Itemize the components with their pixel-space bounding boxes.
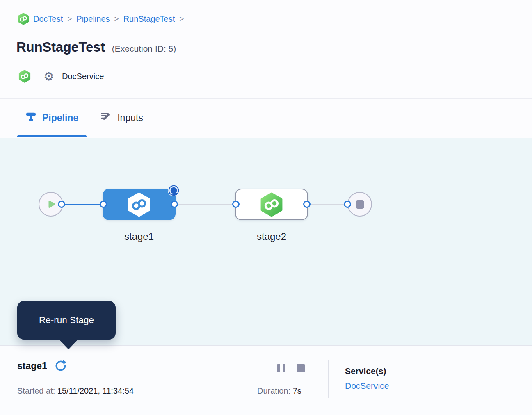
edge-stage1-to-stage2 bbox=[176, 204, 236, 205]
edge-start-to-stage1 bbox=[62, 204, 103, 205]
pause-icon bbox=[283, 364, 285, 372]
title-row: RunStageTest (Execution ID: 5) bbox=[16, 39, 176, 55]
tab-inputs-label: Inputs bbox=[117, 112, 143, 123]
pause-button[interactable] bbox=[277, 364, 285, 372]
footer-divider bbox=[328, 360, 329, 398]
stop-icon bbox=[356, 200, 364, 209]
selected-stage-name: stage1 bbox=[17, 360, 47, 372]
breadcrumb: DocTest > Pipelines > RunStageTest > bbox=[17, 13, 185, 25]
abort-button[interactable] bbox=[297, 364, 305, 372]
rerun-stage-button[interactable] bbox=[54, 359, 68, 373]
tab-bar: Pipeline Inputs bbox=[0, 98, 532, 137]
connector-port bbox=[303, 201, 311, 208]
play-icon bbox=[47, 199, 57, 209]
breadcrumb-separator: > bbox=[114, 14, 120, 23]
pipeline-execution-page: DocTest > Pipelines > RunStageTest > Run… bbox=[0, 0, 532, 415]
rerun-stage-tooltip: Re-run Stage bbox=[17, 301, 116, 340]
gear-icon: ⚙ bbox=[43, 71, 54, 82]
tab-inputs[interactable]: Inputs bbox=[92, 99, 151, 137]
started-at-value: 15/11/2021, 11:34:54 bbox=[57, 386, 134, 395]
stop-icon bbox=[297, 364, 305, 372]
duration-label: Duration: bbox=[257, 386, 290, 395]
duration-value: 7s bbox=[293, 386, 301, 395]
execution-id-label: (Execution ID: 5) bbox=[112, 44, 176, 54]
tooltip-label: Re-run Stage bbox=[39, 315, 94, 326]
services-block: Service(s) DocService bbox=[345, 366, 389, 391]
stage1-label: stage1 bbox=[103, 231, 176, 242]
pipeline-tab-icon bbox=[25, 111, 37, 125]
harness-module-icon[interactable] bbox=[17, 13, 30, 25]
page-title: RunStageTest bbox=[16, 39, 105, 55]
connector-port bbox=[100, 201, 107, 208]
connector-port bbox=[58, 201, 65, 208]
services-label: Service(s) bbox=[345, 366, 389, 376]
breadcrumb-item-pipeline-name[interactable]: RunStageTest bbox=[123, 14, 175, 24]
pipeline-end-node bbox=[347, 192, 372, 217]
harness-stage-icon bbox=[127, 192, 151, 217]
inputs-tab-icon bbox=[100, 111, 112, 125]
started-at-label: Started at: bbox=[17, 386, 55, 395]
pause-icon bbox=[277, 364, 280, 372]
edge-stage2-to-end bbox=[308, 204, 347, 205]
running-spinner-icon bbox=[167, 184, 180, 198]
stage-node-stage2[interactable] bbox=[235, 189, 308, 220]
tab-pipeline[interactable]: Pipeline bbox=[17, 99, 87, 137]
breadcrumb-item-project[interactable]: DocTest bbox=[33, 14, 63, 24]
connector-port bbox=[232, 201, 240, 208]
started-at-row: Started at: 15/11/2021, 11:34:54 bbox=[17, 386, 134, 396]
harness-service-icon bbox=[18, 70, 31, 83]
connector-port bbox=[344, 201, 351, 208]
stage2-label: stage2 bbox=[235, 231, 308, 242]
stage-details-footer: stage1 Started at: 15/11/2021, 11:34:54 … bbox=[0, 345, 532, 415]
active-tab-underline bbox=[17, 135, 87, 137]
breadcrumb-separator: > bbox=[178, 14, 185, 23]
breadcrumb-separator: > bbox=[66, 14, 73, 23]
harness-stage-icon bbox=[259, 192, 284, 217]
pipeline-canvas[interactable]: stage1 stage2 Re-run Stage bbox=[0, 138, 532, 345]
stage-node-stage1[interactable] bbox=[103, 189, 176, 220]
duration-row: Duration: 7s bbox=[257, 386, 301, 396]
service-row: ⚙ DocService bbox=[18, 69, 104, 84]
connector-port bbox=[171, 201, 178, 208]
breadcrumb-item-pipelines[interactable]: Pipelines bbox=[76, 14, 110, 24]
service-link[interactable]: DocService bbox=[345, 381, 389, 391]
execution-controls bbox=[277, 364, 305, 372]
service-name: DocService bbox=[62, 72, 104, 81]
tab-pipeline-label: Pipeline bbox=[42, 112, 78, 123]
